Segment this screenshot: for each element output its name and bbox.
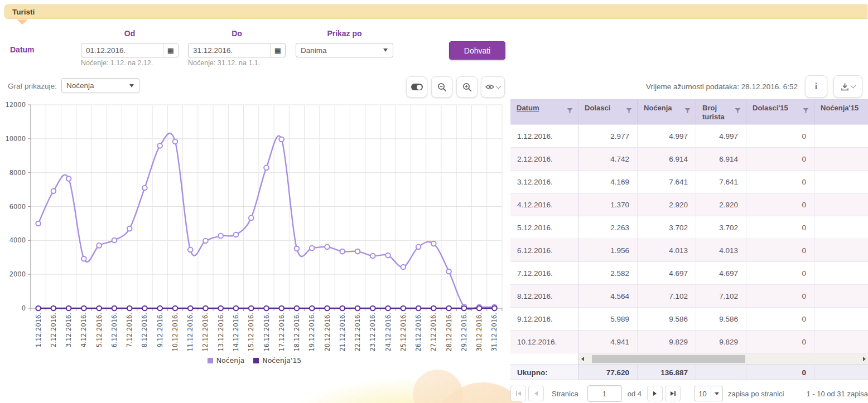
info-icon: i <box>815 81 817 91</box>
scroll-left-button[interactable] <box>578 353 586 365</box>
column-header-label: Dolasci <box>585 104 610 112</box>
table-row[interactable]: 9.12.2016.5.9899.5869.5860 <box>510 307 868 330</box>
svg-text:31.12.2016.: 31.12.2016. <box>490 313 498 352</box>
dohvati-button[interactable]: Dohvati <box>449 41 505 60</box>
chevron-down-icon <box>715 392 719 395</box>
prikaz-po-select[interactable]: Danima <box>296 43 393 57</box>
zoom-out-icon <box>437 82 447 92</box>
cell-value: 6.914 <box>696 148 746 170</box>
cell-value: 7.102 <box>696 285 746 307</box>
footer-value <box>814 365 868 380</box>
filter-icon[interactable] <box>567 108 573 114</box>
table-row[interactable]: 5.12.2016.2.2633.7023.7020 <box>510 216 868 239</box>
table-row[interactable]: 1.12.2016.2.9774.9974.9970 <box>510 124 868 147</box>
table-row[interactable]: 2.12.2016.4.7426.9146.9140 <box>510 147 868 170</box>
column-header[interactable]: Broj turista <box>696 100 746 124</box>
legend-item[interactable]: Noćenja <box>208 356 245 365</box>
chart-toggle-button[interactable] <box>406 76 427 98</box>
cell-value: 3.702 <box>638 216 696 239</box>
last-page-button[interactable] <box>665 386 681 401</box>
info-button[interactable]: i <box>805 75 827 98</box>
datum-label: Datum <box>10 45 35 54</box>
date-to-input[interactable] <box>189 46 270 55</box>
prev-page-button[interactable] <box>528 386 544 401</box>
chevron-down-icon <box>129 84 134 88</box>
cell-value: 9.829 <box>696 331 746 353</box>
svg-text:8.12.2016.: 8.12.2016. <box>141 313 148 347</box>
svg-text:9.12.2016.: 9.12.2016. <box>156 313 164 347</box>
cell-value: 4.564 <box>578 285 638 307</box>
prikaz-po-label: Prikaz po <box>296 29 393 38</box>
series-visibility-button[interactable] <box>481 76 505 98</box>
cell-value: 4.997 <box>696 125 746 147</box>
cell-value: 4.013 <box>696 239 746 261</box>
svg-text:30.12.2016.: 30.12.2016. <box>475 313 483 352</box>
do-label: Do <box>188 29 286 38</box>
first-page-button[interactable] <box>510 386 526 401</box>
table-row[interactable]: 6.12.2016.1.9564.0134.0130 <box>510 239 868 261</box>
date-to-field: ▦ <box>188 43 286 57</box>
pagination-bar: Stranica od 4 10 zapisa po stranici 1 - … <box>510 385 868 402</box>
section-tab-turisti[interactable]: Turisti <box>4 4 867 19</box>
cell-value <box>814 308 868 330</box>
svg-text:5.12.2016.: 5.12.2016. <box>95 313 103 347</box>
scroll-right-button[interactable] <box>860 353 868 365</box>
column-header[interactable]: Dolasci'15 <box>746 100 814 124</box>
scrollbar-track[interactable] <box>586 353 860 365</box>
zoom-in-button[interactable] <box>456 76 478 98</box>
page-size-select[interactable]: 10 <box>694 386 723 401</box>
graf-prikazuje-select[interactable]: Noćenja <box>61 78 139 93</box>
cell-value: 0 <box>746 285 814 307</box>
calendar-button-to[interactable]: ▦ <box>270 43 285 57</box>
page-count-label: od 4 <box>628 390 642 398</box>
cell-value <box>814 239 868 261</box>
column-header-label: Noćenja'15 <box>821 104 859 112</box>
cell-value: 0 <box>746 331 814 353</box>
filter-icon[interactable] <box>735 108 741 114</box>
cell-value: 9.586 <box>638 308 696 330</box>
export-button[interactable] <box>833 75 862 98</box>
footer-value: 77.620 <box>578 365 638 380</box>
table-row[interactable]: 4.12.2016.1.3702.9202.9200 <box>510 193 868 216</box>
eye-icon <box>485 84 494 90</box>
cell-value: 0 <box>746 171 814 193</box>
table-rows: 1.12.2016.2.9774.9974.99702.12.2016.4.74… <box>510 124 868 353</box>
frozen-column-spacer <box>510 353 578 365</box>
svg-text:0: 0 <box>22 304 26 312</box>
svg-text:2.12.2016.: 2.12.2016. <box>50 313 57 347</box>
per-page-label: zapisa po stranici <box>728 390 784 398</box>
chart-canvas[interactable]: 0200040006000800010000120001.12.2016.2.1… <box>0 101 509 373</box>
cell-value: 1.956 <box>578 239 638 261</box>
table-row[interactable]: 8.12.2016.4.5647.1027.1020 <box>510 284 868 307</box>
svg-text:18.12.2016.: 18.12.2016. <box>293 313 301 352</box>
column-header[interactable]: Noćenja'15 <box>814 100 868 124</box>
stranica-label: Stranica <box>552 390 578 398</box>
column-header[interactable]: Dolasci <box>578 100 638 124</box>
table-row[interactable]: 10.12.2016.4.9419.8299.8290 <box>510 330 868 353</box>
page-number-input[interactable] <box>587 385 622 402</box>
column-header[interactable]: Datum <box>510 100 578 124</box>
cell-value: 4.697 <box>638 262 696 284</box>
table-row[interactable]: 3.12.2016.4.1697.6417.6410 <box>510 170 868 193</box>
table-row[interactable]: 7.12.2016.2.5824.6974.6970 <box>510 261 868 284</box>
cell-datum: 2.12.2016. <box>510 148 578 170</box>
svg-text:8000: 8000 <box>9 169 26 177</box>
scrollbar-thumb[interactable] <box>592 355 745 363</box>
cell-value: 7.641 <box>638 171 696 193</box>
filter-icon[interactable] <box>626 108 632 114</box>
od-label: Od <box>81 29 179 38</box>
tab-pointer <box>17 20 28 25</box>
date-from-input[interactable] <box>81 46 163 55</box>
column-header[interactable]: Noćenja <box>638 100 696 124</box>
zoom-in-icon <box>462 82 472 92</box>
filter-icon[interactable] <box>684 108 691 114</box>
calendar-button-from[interactable]: ▦ <box>163 43 178 57</box>
column-header-label: Noćenja <box>644 104 672 112</box>
filter-icon[interactable] <box>803 108 809 114</box>
zoom-out-button[interactable] <box>431 76 452 98</box>
svg-text:15.12.2016.: 15.12.2016. <box>247 313 255 352</box>
legend-item[interactable]: Noćenja'15 <box>253 356 301 365</box>
legend-label: Noćenja <box>216 356 245 365</box>
cell-value: 0 <box>746 216 814 239</box>
next-page-button[interactable] <box>647 386 663 401</box>
